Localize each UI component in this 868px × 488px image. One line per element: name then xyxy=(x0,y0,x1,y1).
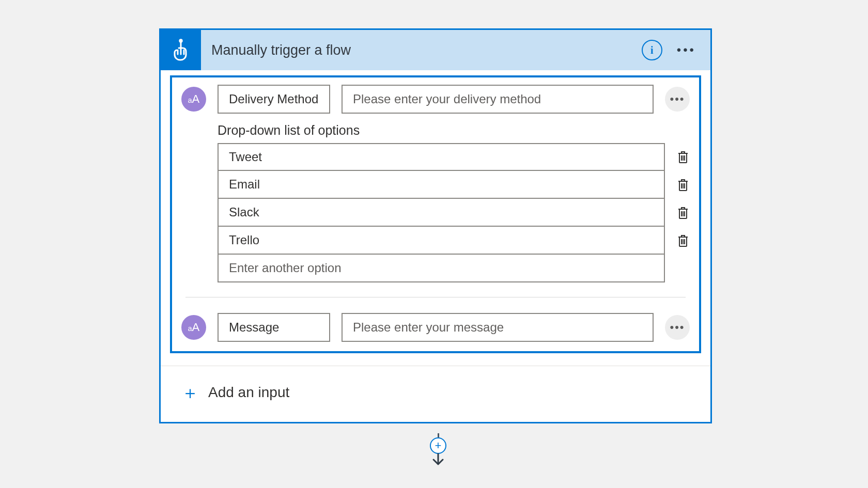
delete-icon[interactable] xyxy=(676,177,690,193)
flow-connector: + xyxy=(430,433,446,466)
dropdown-option[interactable]: Trello xyxy=(218,227,665,255)
card-title: Manually trigger a flow xyxy=(211,42,642,58)
arrow-down-icon xyxy=(430,453,446,466)
dropdown-option[interactable]: Tweet xyxy=(218,143,665,171)
dropdown-label: Drop-down list of options xyxy=(218,123,690,138)
delete-icon[interactable] xyxy=(676,233,690,248)
dropdown-option[interactable]: Email xyxy=(218,171,665,199)
delete-icon[interactable] xyxy=(676,205,690,221)
input-description-field[interactable] xyxy=(342,85,654,114)
card-more-icon[interactable]: ••• xyxy=(675,44,698,56)
dropdown-options-section: Drop-down list of options Tweet Email xyxy=(218,123,694,282)
input-name-field[interactable] xyxy=(218,85,330,114)
svg-point-0 xyxy=(180,40,182,42)
trigger-icon xyxy=(161,30,201,70)
divider xyxy=(185,297,686,297)
input-more-icon[interactable]: ••• xyxy=(665,315,690,340)
trigger-input-delivery-method: aA ••• Drop-down list of options Tweet xyxy=(177,85,694,282)
inputs-frame: aA ••• Drop-down list of options Tweet xyxy=(170,75,701,353)
dropdown-add-option-field[interactable] xyxy=(218,255,665,282)
delete-icon[interactable] xyxy=(676,149,690,165)
plus-icon: ＋ xyxy=(181,384,199,401)
trigger-input-message: aA ••• xyxy=(177,313,694,342)
dropdown-options-list: Tweet Email Slack xyxy=(218,143,690,282)
input-more-icon[interactable]: ••• xyxy=(665,87,690,112)
info-icon[interactable]: i xyxy=(642,40,662,60)
trigger-card: Manually trigger a flow i ••• aA ••• Dro… xyxy=(159,28,712,423)
input-name-field[interactable] xyxy=(218,313,330,342)
card-header: Manually trigger a flow i ••• xyxy=(161,30,710,70)
dropdown-option[interactable]: Slack xyxy=(218,199,665,227)
text-type-icon: aA xyxy=(181,315,206,340)
input-description-field[interactable] xyxy=(342,313,654,342)
text-type-icon: aA xyxy=(181,87,206,112)
add-step-button[interactable]: + xyxy=(430,437,446,454)
add-input-label: Add an input xyxy=(208,384,289,401)
add-input-button[interactable]: ＋ Add an input xyxy=(161,366,710,422)
